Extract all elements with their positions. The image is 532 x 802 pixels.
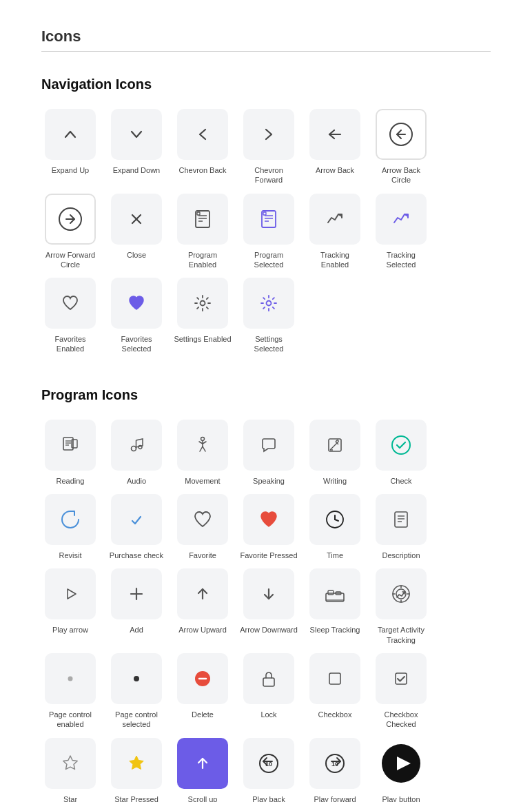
star-pressed-cell: Star Pressed bbox=[108, 738, 165, 802]
revisit-cell: Revisit bbox=[41, 494, 99, 560]
play-button-icon[interactable] bbox=[376, 738, 427, 789]
svg-rect-63 bbox=[263, 678, 274, 686]
arrow-downward-label: Arrow Downward bbox=[240, 625, 298, 635]
chevron-forward-icon[interactable] bbox=[243, 109, 294, 160]
svg-line-31 bbox=[200, 446, 203, 451]
target-activity-tracking-cell: Target Activity Tracking bbox=[372, 568, 430, 645]
close-icon[interactable] bbox=[111, 194, 162, 245]
title-divider bbox=[41, 51, 491, 52]
play-arrow-icon[interactable] bbox=[45, 568, 96, 619]
description-label: Description bbox=[382, 551, 420, 560]
reading-icon[interactable] bbox=[45, 420, 96, 471]
settings-enabled-icon[interactable] bbox=[177, 278, 228, 329]
time-label: Time bbox=[327, 551, 343, 560]
time-icon[interactable] bbox=[309, 494, 360, 545]
add-cell: Add bbox=[108, 568, 165, 645]
star-pressed-icon[interactable] bbox=[111, 738, 162, 789]
scroll-up-icon[interactable] bbox=[177, 738, 228, 789]
chevron-back-icon[interactable] bbox=[177, 109, 228, 160]
arrow-upward-label: Arrow Upward bbox=[178, 625, 227, 635]
star-icon[interactable] bbox=[45, 738, 96, 789]
program-icon-grid: Reading Audio bbox=[41, 420, 491, 802]
play-button-cell: Play button bbox=[372, 738, 430, 802]
page-control-enabled-label: Page control enabled bbox=[41, 710, 99, 730]
expand-down-icon[interactable] bbox=[111, 109, 162, 160]
program-enabled-label: Program Enabled bbox=[174, 250, 232, 270]
lock-cell: Lock bbox=[240, 653, 298, 730]
page-control-enabled-icon[interactable] bbox=[45, 653, 96, 704]
tracking-selected-icon[interactable] bbox=[376, 194, 427, 245]
tracking-enabled-label: Tracking Enabled bbox=[306, 250, 364, 270]
arrow-downward-icon[interactable] bbox=[243, 568, 294, 619]
program-title: Program Icons bbox=[41, 387, 491, 403]
lock-icon[interactable] bbox=[243, 653, 294, 704]
target-activity-tracking-icon[interactable] bbox=[376, 568, 427, 619]
svg-rect-23 bbox=[72, 440, 77, 448]
play-button-label: Play button bbox=[382, 794, 420, 802]
favorite-cell: Favorite bbox=[174, 494, 232, 560]
svg-rect-16 bbox=[263, 212, 266, 215]
program-enabled-icon[interactable] bbox=[177, 194, 228, 245]
favorites-selected-icon[interactable] bbox=[111, 278, 162, 329]
program-section: Program Icons Reading bbox=[41, 387, 491, 802]
arrow-forward-circle-label: Arrow Forward Circle bbox=[41, 250, 99, 270]
checkbox-icon[interactable] bbox=[309, 653, 360, 704]
page-control-selected-label: Page control selected bbox=[108, 710, 165, 730]
audio-icon[interactable] bbox=[111, 420, 162, 471]
favorites-selected-label: Favorites Selected bbox=[108, 334, 165, 354]
expand-up-cell: Expand Up bbox=[41, 109, 99, 185]
svg-rect-50 bbox=[328, 590, 334, 595]
program-enabled-cell: Program Enabled bbox=[174, 194, 232, 270]
page-control-selected-icon[interactable] bbox=[111, 653, 162, 704]
movement-icon[interactable] bbox=[177, 420, 228, 471]
checkbox-checked-label: Checkbox Checked bbox=[372, 710, 430, 730]
delete-label: Delete bbox=[192, 710, 214, 719]
add-label: Add bbox=[130, 625, 143, 635]
speaking-icon[interactable] bbox=[243, 420, 294, 471]
target-activity-tracking-label: Target Activity Tracking bbox=[372, 625, 430, 645]
chevron-back-cell: Chevron Back bbox=[174, 109, 232, 185]
sleep-tracking-icon[interactable] bbox=[309, 568, 360, 619]
purchase-check-cell: Purchase check bbox=[108, 494, 165, 560]
writing-icon[interactable] bbox=[309, 420, 360, 471]
purchase-check-icon[interactable] bbox=[111, 494, 162, 545]
tracking-enabled-icon[interactable] bbox=[309, 194, 360, 245]
time-cell: Time bbox=[306, 494, 364, 560]
revisit-icon[interactable] bbox=[45, 494, 96, 545]
expand-down-label: Expand Down bbox=[113, 165, 161, 175]
check-label: Check bbox=[390, 476, 411, 486]
lock-label: Lock bbox=[260, 710, 276, 719]
arrow-forward-circle-icon[interactable] bbox=[45, 194, 96, 245]
description-icon[interactable] bbox=[376, 494, 427, 545]
scroll-up-label: Scroll up bbox=[188, 794, 218, 802]
purchase-check-label: Purchase check bbox=[110, 551, 163, 560]
favorite-icon[interactable] bbox=[177, 494, 228, 545]
svg-point-24 bbox=[132, 446, 136, 451]
program-selected-icon[interactable] bbox=[243, 194, 294, 245]
svg-marker-44 bbox=[68, 589, 76, 599]
sleep-tracking-cell: Sleep Tracking bbox=[306, 568, 364, 645]
movement-cell: Movement bbox=[174, 420, 232, 486]
expand-up-icon[interactable] bbox=[45, 109, 96, 160]
page-control-selected-cell: Page control selected bbox=[108, 653, 165, 730]
favorites-selected-cell: Favorites Selected bbox=[108, 278, 165, 354]
favorites-enabled-icon[interactable] bbox=[45, 278, 96, 329]
arrow-back-cell: Arrow Back bbox=[306, 109, 364, 185]
arrow-upward-icon[interactable] bbox=[177, 568, 228, 619]
svg-point-18 bbox=[267, 301, 272, 306]
settings-selected-icon[interactable] bbox=[243, 278, 294, 329]
delete-icon[interactable] bbox=[177, 653, 228, 704]
add-icon[interactable] bbox=[111, 568, 162, 619]
check-icon[interactable] bbox=[376, 420, 427, 471]
svg-rect-11 bbox=[197, 212, 200, 215]
favorite-pressed-label: Favorite Pressed bbox=[240, 551, 297, 560]
play-forward-icon[interactable]: 10 bbox=[309, 738, 360, 789]
play-back-icon[interactable]: 10 bbox=[243, 738, 294, 789]
checkbox-checked-cell: Checkbox Checked bbox=[372, 653, 430, 730]
star-cell: Star bbox=[41, 738, 99, 802]
favorite-pressed-icon[interactable] bbox=[243, 494, 294, 545]
arrow-back-circle-icon[interactable] bbox=[376, 109, 427, 160]
star-pressed-label: Star Pressed bbox=[114, 794, 158, 802]
checkbox-checked-icon[interactable] bbox=[376, 653, 427, 704]
arrow-back-icon[interactable] bbox=[309, 109, 360, 160]
